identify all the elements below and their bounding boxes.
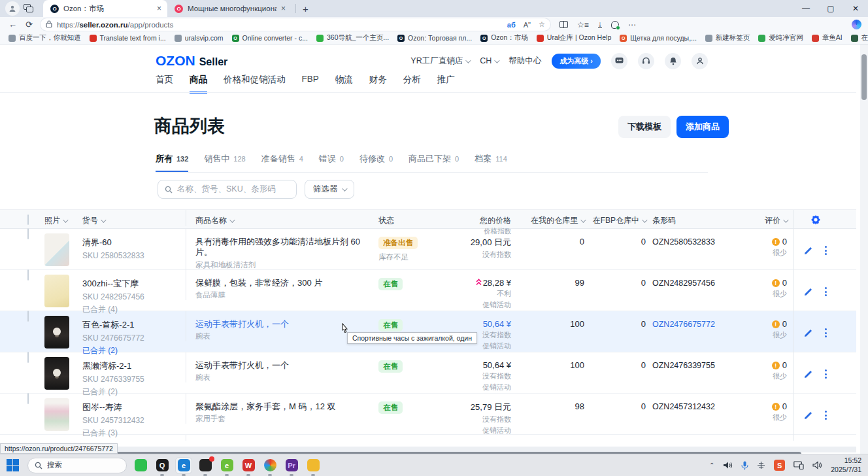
barcode-link[interactable]: OZN2476675772 — [652, 320, 715, 329]
filter-button[interactable]: 筛选器 — [305, 180, 354, 199]
edit-pencil-icon[interactable] — [804, 328, 813, 337]
col-rating[interactable]: 评价 — [737, 210, 793, 226]
music-icon[interactable] — [197, 458, 213, 473]
bookmark-item[interactable]: Ural企库 | Ozon Help — [537, 33, 611, 42]
account-icon[interactable] — [692, 53, 708, 69]
bookmark-item[interactable]: OЩетка для посуды,... — [620, 34, 697, 42]
status-tab[interactable]: 准备销售4 — [261, 153, 303, 172]
nav-item[interactable]: 分析 — [403, 74, 421, 94]
row-more-menu-icon[interactable] — [825, 287, 827, 296]
speaker-icon[interactable] — [812, 461, 822, 469]
table-settings-gear-icon[interactable] — [810, 214, 821, 225]
browser360-icon[interactable] — [262, 458, 278, 473]
store-selector[interactable]: YR工厂直销店 — [410, 56, 469, 67]
taskbar-clock[interactable]: 15:52 2025/7/31 — [831, 456, 861, 474]
status-tab[interactable]: 销售中128 — [204, 153, 245, 172]
bookmark-item[interactable]: 爱纯净官网 — [758, 33, 803, 42]
table-row[interactable]: 图岑--寿涛SKU 2457312432已合并 (3)聚氨酯涂层，家务手套，M … — [0, 394, 856, 435]
status-tab[interactable]: 待修改0 — [359, 153, 393, 172]
row-more-menu-icon[interactable] — [825, 246, 827, 255]
browser-tab-active[interactable]: O Ozon：市场 × — [43, 0, 167, 17]
status-tab[interactable]: 错误0 — [319, 153, 344, 172]
window-close-button[interactable]: ✕ — [843, 0, 868, 17]
bookmark-item[interactable]: OOzon：市场 — [480, 33, 528, 42]
premiere-icon[interactable]: Pr — [284, 458, 299, 473]
add-product-button[interactable]: 添加商品 — [676, 116, 729, 138]
table-row[interactable]: 300zhi--宝下摩SKU 2482957456已合并 (4)保鲜膜，包装，非… — [0, 270, 856, 311]
row-more-menu-icon[interactable] — [825, 411, 827, 420]
col-fbp[interactable]: 在FBP仓库中 — [591, 210, 646, 226]
nav-item[interactable]: FBP — [302, 74, 319, 94]
product-thumbnail[interactable] — [44, 275, 69, 307]
more-menu-icon[interactable]: ⋯ — [628, 20, 636, 29]
bookmark-item[interactable]: 百度一下，你就知道 — [8, 33, 81, 42]
bookmark-item[interactable]: 在线转换器 - 免费... — [851, 33, 868, 42]
bookmark-item[interactable]: Translate text from i... — [90, 34, 166, 42]
bookmark-item[interactable]: OOzon: Торговая пл... — [397, 34, 472, 42]
download-template-button[interactable]: 下载模板 — [618, 116, 671, 138]
product-name-link[interactable]: 具有消毒作用的强效多功能清洁地板片剂 60 片。 — [195, 237, 378, 258]
nav-item[interactable]: 财务 — [369, 74, 387, 94]
edit-pencil-icon[interactable] — [804, 411, 813, 420]
col-art[interactable]: 货号 — [82, 210, 186, 226]
window-minimize-button[interactable]: — — [793, 0, 818, 17]
favorite-star-icon[interactable]: ☆ — [539, 20, 545, 29]
premium-button[interactable]: 成为高级 › — [552, 54, 601, 69]
tab-close-icon[interactable]: × — [157, 4, 161, 13]
browser-tab-inactive[interactable]: O Мощные многофункциональнь × — [167, 0, 292, 17]
tray-expand-icon[interactable]: ⌃ — [709, 462, 714, 469]
col-stock[interactable]: 在我的仓库里 — [518, 210, 591, 226]
col-photo[interactable]: 照片 — [44, 210, 82, 226]
vertical-scrollbar[interactable] — [860, 44, 868, 454]
status-tab[interactable]: 档案114 — [475, 153, 507, 172]
window-maximize-button[interactable]: ▢ — [818, 0, 843, 17]
support-headset-icon[interactable] — [638, 53, 654, 69]
vertical-scrollbar-thumb[interactable] — [861, 54, 867, 100]
address-bar[interactable]: https://seller.ozon.ru/app/products аб A… — [41, 18, 550, 31]
lock-icon[interactable] — [46, 20, 52, 29]
product-name-link[interactable]: 聚氨酯涂层，家务手套，M 码，12 双 — [195, 401, 378, 412]
read-aloud-icon[interactable]: A" — [524, 21, 531, 29]
select-all-checkbox[interactable] — [27, 214, 29, 225]
row-checkbox[interactable] — [27, 228, 29, 239]
input-method-icon[interactable] — [757, 461, 765, 469]
language-selector[interactable]: CH — [480, 56, 498, 65]
cast-screen-icon[interactable] — [793, 461, 804, 469]
split-screen-icon[interactable] — [559, 21, 568, 28]
nav-item[interactable]: 价格和促销活动 — [224, 74, 286, 94]
product-name-link[interactable]: 保鲜膜，包装，非常经济，300 片 — [195, 278, 378, 288]
bookmark-item[interactable]: 360导航_一个主页... — [316, 33, 389, 42]
qq-icon[interactable]: Q — [154, 458, 170, 473]
browser-profile-icon[interactable] — [5, 1, 20, 16]
tab-close-icon[interactable]: × — [281, 4, 286, 13]
help-center-link[interactable]: 帮助中心 — [509, 56, 541, 67]
product-thumbnail[interactable] — [44, 357, 69, 390]
wechat-icon[interactable] — [133, 458, 148, 473]
bookmark-item[interactable]: 新建标签页 — [705, 33, 750, 42]
barcode-link[interactable]: OZN2457312432 — [652, 402, 715, 411]
barcode-link[interactable]: OZN2476339755 — [652, 361, 715, 370]
chat-icon[interactable] — [611, 53, 627, 69]
row-more-menu-icon[interactable] — [825, 328, 827, 337]
collections-icon[interactable]: ☆≡ — [577, 20, 589, 29]
barcode-link[interactable]: OZN2580532833 — [652, 237, 715, 246]
product-name-link[interactable]: 运动手表带打火机，一个 — [195, 319, 378, 330]
new-tab-button[interactable]: + — [303, 3, 309, 14]
ozon-seller-logo[interactable]: OZONSeller — [156, 53, 227, 69]
col-name[interactable]: 商品名称 — [186, 210, 378, 226]
translate-icon[interactable]: аб — [507, 21, 516, 29]
explorer-icon[interactable] — [305, 458, 321, 473]
product-search-input[interactable]: 名称、货号、SKU、条形码 — [158, 180, 297, 199]
wps-icon[interactable]: W — [241, 458, 256, 473]
bookmark-item[interactable]: uralsvip.com — [175, 34, 224, 42]
bookmark-item[interactable]: 章鱼AI — [812, 33, 843, 42]
start-button[interactable] — [7, 459, 20, 472]
taskbar-search[interactable]: 搜索 — [27, 458, 127, 473]
barcode-link[interactable]: OZN2482957456 — [652, 279, 715, 288]
nav-item[interactable]: 物流 — [335, 74, 353, 94]
browser-essentials-icon[interactable] — [611, 21, 619, 29]
row-checkbox[interactable] — [27, 311, 29, 322]
copilot-icon[interactable] — [852, 20, 861, 29]
microphone-icon[interactable] — [741, 461, 748, 470]
status-tab[interactable]: 商品已下架0 — [409, 153, 459, 172]
